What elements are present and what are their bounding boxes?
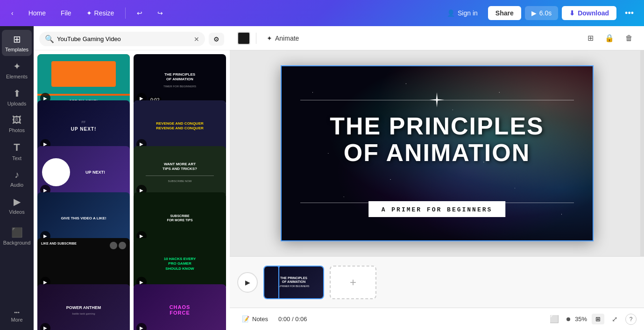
template-card-5[interactable]: UP NEXT! ▶ bbox=[37, 146, 130, 198]
share-button[interactable]: Share bbox=[488, 6, 521, 20]
timeline: ▶ THE PRINCIPLESOF ANIMATIONA PRIMER FOR… bbox=[230, 256, 644, 308]
template-card-2[interactable]: THE PRINCIPLESOF ANIMATION TIMER FOR BEG… bbox=[134, 54, 226, 106]
topbar: ‹ Home File ✦ Resize ↩ ↪ 👤 Sign in Share… bbox=[0, 0, 644, 26]
lock-button[interactable]: 🔒 bbox=[601, 31, 618, 45]
template-card-6[interactable]: WANT MORE ARTTIPS AND TRICKS? SUBSCRIBE … bbox=[134, 146, 226, 198]
add-scene-button[interactable]: + bbox=[330, 266, 376, 299]
timeline-playhead bbox=[278, 267, 279, 298]
color-swatch[interactable] bbox=[237, 32, 250, 45]
sidebar-item-more[interactable]: ••• More bbox=[11, 309, 22, 323]
main-canvas[interactable]: THE PRINCIPLES OF ANIMATION A PRIMER FOR… bbox=[281, 65, 594, 241]
canvas-area: ✦ Animate ⊞ 🔒 🗑 THE PRINCIPLES OF ANIMAT… bbox=[230, 26, 644, 330]
filter-button[interactable]: ⚙ bbox=[209, 33, 224, 46]
sidebar-item-text[interactable]: T Text bbox=[2, 138, 32, 165]
sidebar-item-audio-label: Audio bbox=[10, 182, 23, 188]
timeline-track-1[interactable]: THE PRINCIPLESOF ANIMATIONA PRIMER FOR B… bbox=[263, 266, 324, 299]
time-total: 0:06 bbox=[295, 316, 307, 323]
zoom-percent: 35% bbox=[575, 316, 587, 323]
file-button[interactable]: File bbox=[55, 7, 77, 20]
undo-button[interactable]: ↩ bbox=[131, 7, 148, 20]
sidebar-item-photos-label: Photos bbox=[9, 127, 25, 133]
separator-1 bbox=[125, 7, 126, 19]
more-icon: ••• bbox=[625, 8, 634, 18]
bottom-bar: 📝 Notes 0:00 / 0:06 ⬜ 35% ⊞ ⤢ ? bbox=[230, 308, 644, 330]
sidebar-item-elements-label: Elements bbox=[6, 74, 28, 79]
template-card-8[interactable]: SUBSCRIBEFOR MORE TIPS ▶ bbox=[134, 192, 226, 244]
sidebar-item-uploads-label: Uploads bbox=[7, 101, 26, 106]
time-display: 0:00 / 0:06 bbox=[278, 316, 307, 323]
play-overlay-11: ▶ bbox=[40, 323, 50, 330]
timeline-track-text: THE PRINCIPLESOF ANIMATIONA PRIMER FOR B… bbox=[276, 274, 311, 290]
delete-button[interactable]: 🗑 bbox=[622, 31, 637, 45]
file-label: File bbox=[61, 9, 71, 17]
audio-icon: ♪ bbox=[14, 169, 19, 180]
sidebar-item-uploads[interactable]: ⬆ Uploads bbox=[2, 84, 32, 110]
signin-button[interactable]: 👤 Sign in bbox=[440, 7, 484, 20]
sidebar-item-background-label: Background bbox=[3, 240, 31, 246]
search-clear-button[interactable]: ✕ bbox=[194, 35, 199, 43]
back-button[interactable]: ‹ bbox=[6, 7, 19, 20]
grid-filter-button[interactable]: ⊞ bbox=[584, 31, 597, 45]
screen-view-button[interactable]: ⬜ bbox=[547, 313, 562, 325]
animate-button[interactable]: ✦ Animate bbox=[262, 32, 304, 45]
template-card-11[interactable]: POWER ANTHEM battle tank gaming ▶ bbox=[37, 284, 130, 330]
template-card-10[interactable]: 10 HACKS EVERYPRO GAMERSHOULD KNOW ▶ bbox=[134, 238, 226, 290]
canvas-subtitle-text: A PRIMER FOR BEGINNERS bbox=[382, 206, 493, 213]
help-icon: ? bbox=[630, 316, 633, 323]
canvas-subtitle-box: A PRIMER FOR BEGINNERS bbox=[368, 201, 506, 217]
sidebar-item-photos[interactable]: 🖼 Photos bbox=[2, 111, 32, 137]
add-scene-icon: + bbox=[350, 276, 356, 289]
template-card-1[interactable]: GET EM NEXT! ▶ bbox=[37, 54, 130, 106]
topbar-right: 👤 Sign in Share ▶ 6.0s ⬇ Download ••• bbox=[440, 5, 638, 21]
download-icon: ⬇ bbox=[569, 9, 575, 17]
template-card-3[interactable]: FF UP NEXT! ▶ bbox=[37, 100, 130, 152]
sidebar-item-elements[interactable]: ✦ Elements bbox=[2, 57, 32, 83]
redo-button[interactable]: ↪ bbox=[152, 7, 169, 20]
time-separator: / bbox=[292, 316, 294, 323]
home-button[interactable]: Home bbox=[23, 7, 51, 20]
more-dots-icon: ••• bbox=[14, 309, 20, 315]
fullscreen-button[interactable]: ⤢ bbox=[609, 313, 621, 325]
template-card-4[interactable]: REVENGE AND CONQUERREVENGE AND CONQUER ▶ bbox=[134, 100, 226, 152]
share-label: Share bbox=[495, 9, 514, 17]
user-icon: 👤 bbox=[447, 9, 455, 17]
toolbar-right-icons: ⊞ 🔒 🗑 bbox=[584, 31, 637, 45]
time-current: 0:00 bbox=[278, 316, 290, 323]
page-indicator-button[interactable]: ⊞ bbox=[592, 314, 604, 324]
search-input[interactable] bbox=[57, 35, 191, 42]
sidebar-item-audio[interactable]: ♪ Audio bbox=[2, 166, 32, 191]
notes-button[interactable]: 📝 Notes bbox=[237, 313, 273, 325]
canvas-toolbar: ✦ Animate ⊞ 🔒 🗑 bbox=[230, 26, 644, 50]
more-label: More bbox=[11, 317, 22, 323]
play-icon: ▶ bbox=[531, 9, 537, 17]
sidebar-item-text-label: Text bbox=[12, 155, 21, 161]
template-card-12[interactable]: CHAOSFORCE ▶ bbox=[134, 284, 226, 330]
timeline-play-button[interactable]: ▶ bbox=[237, 272, 258, 293]
play-time-label: 6.0s bbox=[539, 9, 552, 17]
notes-icon: 📝 bbox=[242, 316, 249, 323]
animate-sparkle-icon: ✦ bbox=[267, 35, 272, 42]
help-button[interactable]: ? bbox=[625, 314, 637, 325]
play-time-button[interactable]: ▶ 6.0s bbox=[525, 6, 558, 20]
play-overlay-12: ▶ bbox=[136, 323, 147, 330]
resize-icon: ✦ bbox=[86, 9, 92, 17]
template-card-9[interactable]: LIKE AND SUBSCRIBE ▶ bbox=[37, 238, 130, 290]
templates-panel: 🔍 ✕ ⚙ GET EM NEXT! ▶ bbox=[34, 26, 230, 330]
template-card-7[interactable]: GIVE THIS VIDEO A LIKE! ▶ bbox=[37, 192, 130, 244]
sidebar-item-videos-label: Videos bbox=[9, 209, 24, 215]
sidebar: ⊞ Templates ✦ Elements ⬆ Uploads 🖼 Photo… bbox=[0, 26, 34, 330]
sidebar-item-background[interactable]: ⬛ Background bbox=[2, 223, 32, 249]
templates-icon: ⊞ bbox=[13, 34, 21, 45]
download-button[interactable]: ⬇ Download bbox=[562, 6, 616, 20]
text-icon: T bbox=[14, 141, 20, 154]
toolbar-sep-1 bbox=[256, 33, 256, 44]
elements-icon: ✦ bbox=[13, 61, 21, 72]
sidebar-item-templates[interactable]: ⊞ Templates bbox=[2, 30, 32, 56]
animate-label: Animate bbox=[275, 35, 299, 42]
sidebar-item-templates-label: Templates bbox=[5, 47, 28, 52]
resize-label: Resize bbox=[94, 9, 114, 17]
more-options-button[interactable]: ••• bbox=[620, 5, 638, 21]
resize-button[interactable]: ✦ Resize bbox=[81, 7, 120, 20]
bottom-right: ⬜ 35% ⊞ ⤢ ? bbox=[547, 313, 637, 325]
sidebar-item-videos[interactable]: ▶ Videos bbox=[2, 192, 32, 218]
